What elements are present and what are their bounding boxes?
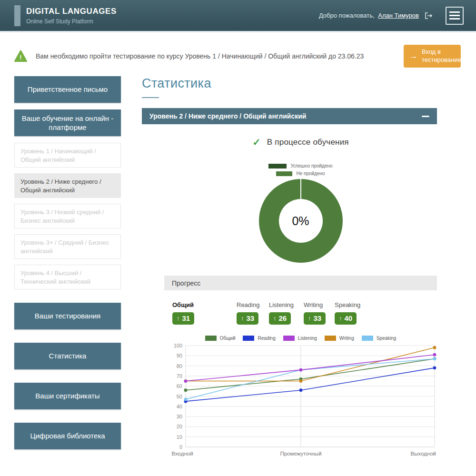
- progress-section-header: Прогресс: [164, 276, 437, 290]
- enter-testing-button[interactable]: → Вход в тестирование: [404, 45, 461, 68]
- legend-swatch: [276, 171, 292, 176]
- badge-value: 26: [279, 314, 287, 322]
- line-chart: 0102030405060708090100ВходнойПромежуточн…: [164, 341, 437, 461]
- course-item-level2-active[interactable]: Уровень 2 / Ниже среднего / Общий англий…: [14, 173, 121, 198]
- line-chart-legend: ОбщийReadingListeningWritingSpeaking: [164, 336, 437, 341]
- donut-legend-item: Успешно пройдено: [268, 163, 332, 169]
- legend-label: Speaking: [377, 336, 397, 341]
- svg-text:60: 60: [177, 383, 182, 389]
- sidebar-item-label: Ваши сертификаты: [35, 391, 99, 401]
- up-arrow-icon: ↑: [177, 315, 180, 322]
- course-item-level1[interactable]: Уровень 1 / Начинающий / Общий английски…: [14, 143, 121, 168]
- legend-label: Reading: [258, 336, 275, 341]
- course-item-level3plus[interactable]: Уровень 3+ / Средний / Бизнес английский: [14, 234, 121, 259]
- progress-line-chart-block: ОбщийReadingListeningWritingSpeaking 010…: [164, 336, 437, 463]
- welcome-text: Добро пожаловать, Алан Тимуров: [319, 12, 419, 19]
- badge-value: 33: [314, 314, 322, 322]
- collapse-minus-icon[interactable]: [422, 116, 429, 117]
- warning-icon: !: [14, 50, 27, 62]
- legend-item-reading: Reading: [243, 336, 275, 341]
- up-arrow-icon: ↑: [241, 315, 244, 322]
- up-arrow-icon: ↑: [308, 315, 311, 322]
- svg-text:80: 80: [177, 363, 182, 369]
- svg-text:50: 50: [177, 394, 182, 399]
- sidebar-item-label: Ваши тестирования: [35, 311, 100, 321]
- badge-value: 40: [345, 314, 353, 322]
- app-subtitle: Online Self Study Platform: [26, 18, 117, 25]
- badge-label: Speaking: [335, 301, 360, 308]
- sidebar-item-label: Статистика: [49, 351, 87, 361]
- legend-label: Не пройдено: [296, 171, 325, 176]
- donut-center-value: 0%: [292, 214, 309, 228]
- svg-text:Входной: Входной: [171, 451, 193, 456]
- up-arrow-icon: ↑: [273, 315, 277, 322]
- legend-swatch: [362, 336, 373, 341]
- logo-mark: [14, 5, 20, 26]
- up-arrow-icon: ↑: [339, 315, 342, 322]
- legend-item-listening: Listening: [283, 336, 317, 341]
- svg-text:20: 20: [177, 424, 182, 429]
- sidebar-item-label: Цифровая библиотека: [30, 431, 105, 441]
- app-title: DIGITAL LANGUAGES: [26, 7, 117, 16]
- logout-icon[interactable]: [425, 12, 433, 20]
- check-icon: ✓: [252, 137, 261, 148]
- legend-label: Успешно пройдено: [290, 163, 332, 169]
- badge-label: Writing: [304, 301, 326, 308]
- legend-label: Writing: [339, 336, 354, 341]
- right-arrow-icon: →: [409, 51, 417, 61]
- user-name-link[interactable]: Алан Тимуров: [378, 12, 419, 19]
- score-badge-writing: Writing ↑33: [304, 301, 326, 325]
- legend-label: Listening: [298, 336, 317, 341]
- score-badge-listening: Listening ↑26: [269, 301, 294, 325]
- course-panel-header[interactable]: Уровень 2 / Ниже среднего / Общий англий…: [142, 108, 437, 124]
- svg-text:Выходной: Выходной: [410, 451, 436, 456]
- svg-text:40: 40: [177, 404, 182, 409]
- course-item-level4[interactable]: Уровень 4 / Высший / Технический английс…: [14, 265, 121, 289]
- page-title: Статистика: [142, 76, 437, 91]
- score-badge-reading: Reading ↑33: [237, 301, 259, 325]
- sidebar-item-digital-library[interactable]: Цифровая библиотека: [14, 423, 121, 449]
- donut-slice-divider: [300, 179, 301, 199]
- sidebar-item-statistics[interactable]: Статистика: [14, 343, 121, 369]
- status-text: В процессе обучения: [267, 138, 349, 147]
- svg-text:0: 0: [179, 444, 182, 450]
- donut-legend-item: Не пройдено: [276, 171, 325, 176]
- sidebar-item-your-training[interactable]: Ваше обучение на онлайн - платформе: [14, 109, 121, 136]
- badge-label: Reading: [237, 301, 259, 308]
- title-underline: [142, 97, 159, 98]
- sidebar-item-welcome-letter[interactable]: Приветственное письмо: [14, 76, 121, 103]
- svg-text:30: 30: [177, 414, 182, 419]
- legend-item-speaking: Speaking: [362, 336, 397, 341]
- legend-item-writing: Writing: [325, 336, 354, 341]
- svg-text:70: 70: [177, 373, 182, 379]
- svg-text:10: 10: [177, 434, 182, 440]
- legend-swatch: [325, 336, 336, 341]
- hamburger-menu-icon[interactable]: [446, 7, 464, 25]
- notification-banner: ! Вам необходимо пройти тестирование по …: [14, 45, 461, 68]
- badge-label: Общий: [172, 301, 194, 308]
- sidebar-item-label: Приветственное письмо: [28, 85, 108, 94]
- legend-swatch: [205, 336, 217, 341]
- legend-label: Общий: [220, 336, 236, 341]
- sidebar-item-your-tests[interactable]: Ваши тестирования: [14, 303, 121, 329]
- sidebar-item-your-certificates[interactable]: Ваши сертификаты: [14, 383, 121, 409]
- score-badges-row: Общий ↑31 Reading ↑33 Listening ↑26 Writ…: [164, 301, 437, 329]
- legend-swatch: [268, 164, 287, 169]
- badge-value: 31: [182, 314, 190, 322]
- sidebar-item-label: Ваше обучение на онлайн - платформе: [19, 114, 116, 132]
- training-status: ✓ В процессе обучения: [164, 137, 437, 148]
- badge-value: 33: [247, 314, 255, 322]
- course-panel-title: Уровень 2 / Ниже среднего / Общий англий…: [149, 112, 306, 120]
- svg-text:Промежуточный: Промежуточный: [280, 451, 321, 456]
- score-badge-obshchiy: Общий ↑31: [172, 301, 194, 325]
- course-item-level3[interactable]: Уровень 3 / Низкий средний / Бизнес англ…: [14, 204, 121, 228]
- legend-swatch: [283, 336, 295, 341]
- app-header: DIGITAL LANGUAGES Online Self Study Plat…: [0, 0, 476, 32]
- main-content: Статистика Уровень 2 / Ниже среднего / О…: [142, 76, 437, 463]
- legend-swatch: [243, 336, 254, 341]
- logo-block: DIGITAL LANGUAGES Online Self Study Plat…: [26, 7, 117, 25]
- legend-item-общий: Общий: [205, 336, 236, 341]
- donut-chart: 0%: [259, 179, 343, 263]
- donut-legend: Успешно пройдено Не пройдено: [164, 163, 437, 176]
- svg-text:100: 100: [174, 343, 182, 348]
